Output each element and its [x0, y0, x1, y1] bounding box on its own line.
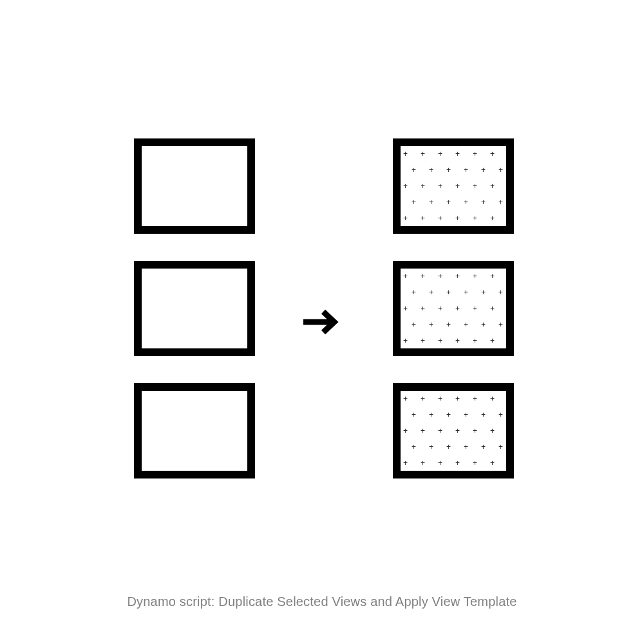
- templated-view-box-2: +++++++++++++++++++++++++++++++++++: [393, 383, 514, 478]
- arrow-right-icon: [299, 308, 345, 336]
- source-views-column: [134, 138, 255, 478]
- source-view-box-2: [134, 383, 255, 478]
- source-view-box-1: [134, 261, 255, 356]
- diagram-caption: Dynamo script: Duplicate Selected Views …: [0, 594, 644, 609]
- pattern-fill: +++++++++++++++++++++++++++++++++++: [401, 146, 506, 226]
- pattern-fill: +++++++++++++++++++++++++++++++++++: [401, 269, 506, 348]
- templated-view-box-0: +++++++++++++++++++++++++++++++++++: [393, 138, 514, 234]
- diagram-canvas: ++++++++++++++++++++++++++++++++++++++++…: [0, 0, 644, 644]
- pattern-fill: +++++++++++++++++++++++++++++++++++: [401, 391, 506, 471]
- templated-views-column: ++++++++++++++++++++++++++++++++++++++++…: [393, 138, 514, 478]
- source-view-box-0: [134, 138, 255, 234]
- templated-view-box-1: +++++++++++++++++++++++++++++++++++: [393, 261, 514, 356]
